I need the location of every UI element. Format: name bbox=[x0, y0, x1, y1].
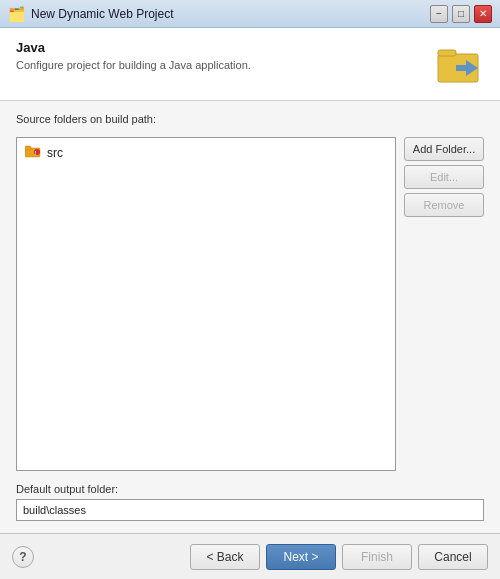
minimize-button[interactable]: − bbox=[430, 5, 448, 23]
nav-buttons: < Back Next > Finish Cancel bbox=[190, 544, 488, 570]
finish-button[interactable]: Finish bbox=[342, 544, 412, 570]
source-folders-area: ! src Add Folder... Edit... Remove bbox=[16, 137, 484, 471]
header-title: Java bbox=[16, 40, 424, 55]
folder-item-src[interactable]: ! src bbox=[21, 142, 391, 163]
svg-rect-3 bbox=[456, 65, 468, 71]
title-bar-icon: 🗂️ bbox=[8, 6, 25, 22]
close-button[interactable]: ✕ bbox=[474, 5, 492, 23]
dialog-content: Java Configure project for building a Ja… bbox=[0, 28, 500, 579]
cancel-button[interactable]: Cancel bbox=[418, 544, 488, 570]
main-section: Source folders on build path: ! s bbox=[0, 101, 500, 483]
source-folders-label: Source folders on build path: bbox=[16, 113, 484, 125]
svg-rect-1 bbox=[438, 50, 456, 56]
output-section: Default output folder: bbox=[0, 483, 500, 533]
back-button[interactable]: < Back bbox=[190, 544, 260, 570]
src-label: src bbox=[47, 146, 63, 160]
folder-buttons: Add Folder... Edit... Remove bbox=[404, 137, 484, 471]
title-bar: 🗂️ New Dynamic Web Project − □ ✕ bbox=[0, 0, 500, 28]
folders-list: ! src bbox=[16, 137, 396, 471]
bottom-bar: ? < Back Next > Finish Cancel bbox=[0, 533, 500, 579]
maximize-button[interactable]: □ bbox=[452, 5, 470, 23]
remove-button[interactable]: Remove bbox=[404, 193, 484, 217]
edit-button[interactable]: Edit... bbox=[404, 165, 484, 189]
title-bar-controls: − □ ✕ bbox=[430, 5, 492, 23]
svg-rect-5 bbox=[25, 146, 31, 150]
header-text: Java Configure project for building a Ja… bbox=[16, 40, 424, 71]
add-folder-button[interactable]: Add Folder... bbox=[404, 137, 484, 161]
title-bar-text: New Dynamic Web Project bbox=[31, 7, 174, 21]
output-folder-input[interactable] bbox=[16, 499, 484, 521]
java-header-icon bbox=[436, 40, 484, 88]
header-subtitle: Configure project for building a Java ap… bbox=[16, 59, 424, 71]
header-section: Java Configure project for building a Ja… bbox=[0, 28, 500, 101]
help-button[interactable]: ? bbox=[12, 546, 34, 568]
src-folder-icon: ! bbox=[25, 144, 41, 161]
next-button[interactable]: Next > bbox=[266, 544, 336, 570]
output-folder-label: Default output folder: bbox=[16, 483, 484, 495]
